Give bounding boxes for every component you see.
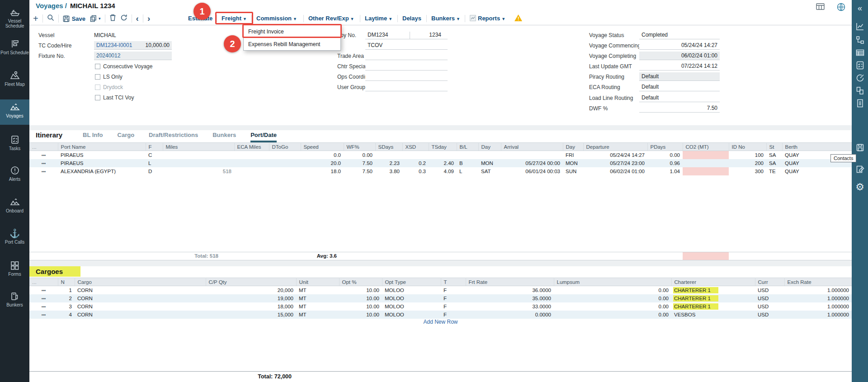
col-opt-pct[interactable]: Opt % [339, 278, 382, 286]
tab-bunkers[interactable]: Bunkers [212, 132, 236, 142]
col-n[interactable]: N [58, 278, 75, 286]
col-curr[interactable]: Curr [755, 278, 784, 286]
menu-freight[interactable]: Freight▼ 1 Freight Invoice Expenses Rebi… [218, 14, 250, 24]
sidebar-item-fleet-map[interactable]: Fleet Map [0, 68, 29, 93]
col-speed[interactable]: Speed [301, 143, 344, 151]
settings-gear-icon[interactable]: ⚙ [852, 183, 868, 192]
col-arrival[interactable]: Arrival [501, 143, 563, 151]
sidebar-item-onboard[interactable]: Onboard [0, 194, 29, 218]
itinerary-row[interactable]: ••• ALEXANDRIA (EGYPT) D 518 18.0 7.50 3… [29, 167, 852, 175]
sidebar-item-vessel-schedule[interactable]: Vessel Schedule [0, 5, 29, 31]
col-id-no[interactable]: ID No [729, 143, 766, 151]
tab-cargo[interactable]: Cargo [118, 132, 135, 142]
row-menu-icon[interactable]: ••• [42, 153, 46, 158]
tab-draft-restrictions[interactable]: Draft/Restrictions [149, 132, 198, 142]
network-icon[interactable] [852, 35, 868, 47]
col-pdays[interactable]: PDays [647, 143, 683, 151]
menu-delays[interactable]: Delays [399, 14, 425, 24]
col-t[interactable]: T [441, 278, 466, 286]
tab-bl-info[interactable]: BL Info [83, 132, 103, 142]
menu-item-freight-invoice[interactable]: Freight Invoice [244, 25, 340, 38]
col-sdays[interactable]: SDays [375, 143, 402, 151]
chtr-specialist-field[interactable] [365, 62, 448, 71]
cargo-row[interactable]: ••• 3 CORN 18,000 MT 10.00 MOLOO F 33.00… [29, 302, 852, 311]
grid-table-icon[interactable] [816, 3, 825, 12]
table-icon[interactable] [852, 48, 868, 59]
sidebar-item-tasks[interactable]: Tasks [0, 132, 29, 156]
eca-routing-field[interactable]: Default [639, 83, 720, 91]
voyage-commencing-field[interactable]: 05/24/24 14:27 [639, 41, 720, 50]
voy-no-num-field[interactable]: 1234 [410, 31, 448, 39]
voyage-status-field[interactable]: Completed [639, 31, 720, 39]
menu-bunkers[interactable]: Bunkers▼ [428, 14, 464, 24]
itinerary-row[interactable]: ••• PIRAEUS L 20.0 7.50 2.23 0.2 2.40 B … [29, 159, 852, 167]
col-wf[interactable]: WF% [344, 143, 375, 151]
sidebar-item-voyages[interactable]: Voyages [0, 99, 29, 125]
save-button[interactable]: Save [63, 15, 85, 22]
add-button[interactable]: + [33, 14, 38, 23]
load-line-routing-field[interactable]: Default [639, 94, 720, 102]
sidebar-item-port-schedule[interactable]: Port Schedule [0, 36, 29, 62]
col-day[interactable]: Day [563, 143, 583, 151]
row-menu-icon[interactable]: ••• [42, 305, 46, 309]
col-st[interactable]: St [766, 143, 782, 151]
ls-only-checkbox[interactable]: LS Only [95, 74, 123, 80]
ops-coordinator-field[interactable] [365, 72, 448, 81]
row-menu-icon[interactable]: ••• [42, 161, 46, 166]
col-port-name[interactable]: Port Name [58, 143, 146, 151]
row-menu-icon[interactable]: ••• [42, 170, 46, 174]
delete-button[interactable] [109, 14, 116, 23]
collapse-icon[interactable]: « [852, 4, 868, 13]
edit-circle-icon[interactable] [852, 73, 868, 85]
menu-laytime[interactable]: Laytime▼ [361, 14, 396, 24]
refresh-button[interactable] [120, 14, 127, 23]
fixture-no-field[interactable]: 20240012 [94, 52, 172, 60]
previous-button[interactable]: ‹ [136, 14, 139, 23]
tab-port-date[interactable]: Port/Date [250, 132, 277, 142]
checklist-icon[interactable] [852, 61, 868, 72]
next-button[interactable]: › [147, 14, 150, 23]
col-eca-miles[interactable]: ECA Miles [234, 143, 269, 151]
sidebar-item-port-calls[interactable]: ⚓ Port Calls [0, 226, 29, 250]
document-icon[interactable] [852, 99, 868, 110]
voyage-completing-field[interactable]: 06/02/24 01:00 [639, 52, 720, 60]
breadcrumb-section[interactable]: Voyages / [36, 2, 67, 9]
menu-commission[interactable]: Commission▼ [253, 14, 301, 24]
col-exch-rate[interactable]: Exch Rate [784, 278, 852, 286]
dwf-field[interactable]: 7.50 [639, 104, 720, 113]
last-update-gmt-field[interactable]: 07/22/24 14:12 [639, 62, 720, 71]
add-new-row-link[interactable]: Add New Row [29, 319, 852, 325]
col-dtogo[interactable]: DToGo [269, 143, 301, 151]
col-xsd[interactable]: XSD [402, 143, 429, 151]
copy-button[interactable]: ▾ [90, 15, 101, 22]
col-frt-rate[interactable]: Frt Rate [466, 278, 554, 286]
col-bl[interactable]: B/L [457, 143, 478, 151]
save-disk-icon[interactable] [852, 143, 868, 154]
cargo-row[interactable]: ••• 4 CORN 15,000 MT 10.00 MOLOO F 0.000… [29, 311, 852, 319]
drydock-checkbox[interactable]: Drydock [95, 84, 123, 90]
row-menu-icon[interactable]: ••• [42, 297, 46, 301]
last-tci-voy-checkbox[interactable]: Last TCI Voy [95, 94, 134, 101]
globe-icon[interactable] [837, 3, 845, 13]
notebook-edit-icon[interactable] [852, 165, 868, 176]
col-miles[interactable]: Miles [163, 143, 234, 151]
menu-other-rev-exp[interactable]: Other Rev/Exp▼ [305, 14, 358, 24]
col-opt-type[interactable]: Opt Type [382, 278, 441, 286]
menu-item-expenses-rebill[interactable]: Expenses Rebill Management [244, 38, 340, 50]
col-day[interactable]: Day [478, 143, 501, 151]
col-cargo[interactable]: Cargo [75, 278, 206, 286]
forms-pages-icon[interactable] [852, 86, 868, 97]
col-departure[interactable]: Departure [583, 143, 647, 151]
col-co2[interactable]: CO2 (MT) [683, 143, 729, 151]
consecutive-voyage-checkbox[interactable]: Consecutive Voyage [95, 63, 152, 70]
trade-area-field[interactable] [365, 52, 448, 60]
cargo-row[interactable]: ••• 1 CORN 20,000 MT 10.00 MOLOO F 36.00… [29, 286, 852, 295]
tc-code-field[interactable]: DM1234-I0001 [94, 41, 138, 50]
menu-reports[interactable]: Reports▼ [466, 14, 509, 24]
voy-no-code-field[interactable]: DM1234 [365, 31, 410, 39]
col-cp-qty[interactable]: C/P Qty [206, 278, 296, 286]
col-lumpsum[interactable]: Lumpsum [554, 278, 671, 286]
col-tsday[interactable]: TSday [429, 143, 457, 151]
search-button[interactable] [47, 14, 54, 23]
cargo-row[interactable]: ••• 2 CORN 19,000 MT 10.00 MOLOO F 35.00… [29, 294, 852, 302]
